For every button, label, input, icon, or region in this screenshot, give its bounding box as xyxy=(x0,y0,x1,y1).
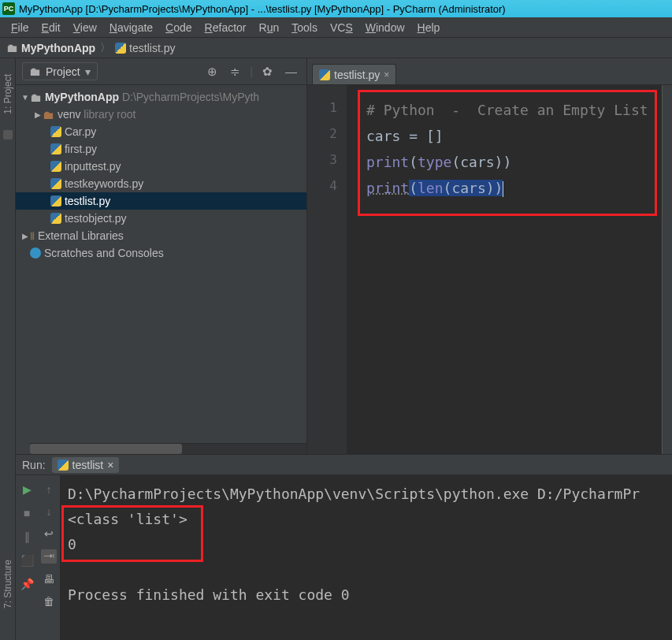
python-file-icon xyxy=(115,43,126,54)
folder-icon: 🖿 xyxy=(6,41,18,54)
expand-icon[interactable]: ▼ xyxy=(20,93,30,102)
tree-file[interactable]: testobject.py xyxy=(16,210,306,227)
editor-panel: testlist.py × 1 2 3 4 # Python - Create … xyxy=(307,58,672,454)
tree-file[interactable]: Car.py xyxy=(16,123,306,140)
side-tab-project[interactable]: 1: Project xyxy=(2,74,13,114)
rerun-icon[interactable]: ▶ xyxy=(23,483,32,496)
menu-help[interactable]: Help xyxy=(411,19,447,36)
tree-root-name: MyPythonApp xyxy=(45,91,119,103)
expand-icon[interactable]: ▶ xyxy=(33,110,43,119)
code-line-2: cars = [] xyxy=(366,128,444,144)
run-label: Run: xyxy=(22,459,46,471)
tree-scratches[interactable]: Scratches and Consoles xyxy=(16,244,306,262)
pause-icon[interactable]: ‖ xyxy=(24,530,30,543)
run-actions-col-1: ▶ ■ ‖ ⬛ 📌 xyxy=(16,475,38,640)
print-icon[interactable]: 🖶 xyxy=(43,573,54,586)
menu-run[interactable]: Run xyxy=(253,19,286,36)
run-tab-label: testlist xyxy=(72,459,104,471)
dropdown-icon: ▾ xyxy=(85,65,91,78)
project-view-selector[interactable]: 🖿 Project ▾ xyxy=(22,62,98,80)
code-area[interactable]: # Python - Create an Empty List cars = [… xyxy=(347,85,663,454)
code-line-3: print(type(cars)) xyxy=(366,154,511,170)
tree-file-label: Car.py xyxy=(65,125,96,138)
editor-marker-bar[interactable] xyxy=(663,85,672,454)
tree-venv[interactable]: ▶ 🖿 venv library root xyxy=(16,106,306,123)
folder-icon: 🖿 xyxy=(43,108,54,121)
menu-file[interactable]: File xyxy=(5,19,35,36)
project-panel: 🖿 Project ▾ ⊕ ≑ | ✿ — ▼ 🖿 MyPythonAp xyxy=(16,58,307,454)
scroll-end-icon[interactable]: ⭲ xyxy=(41,549,57,564)
soft-wrap-icon[interactable]: ↩ xyxy=(44,527,54,540)
editor-body[interactable]: 1 2 3 4 # Python - Create an Empty List … xyxy=(307,85,672,454)
tree-file-selected[interactable]: testlist.py xyxy=(16,192,306,210)
gear-icon[interactable]: ✿ xyxy=(259,65,276,79)
expand-icon[interactable]: ▶ xyxy=(20,232,30,240)
tree-file[interactable]: first.py xyxy=(16,140,306,158)
menu-refactor[interactable]: Refactor xyxy=(199,19,253,36)
tree-external[interactable]: ▶ ⫴ External Libraries xyxy=(16,227,306,244)
run-panel-header: Run: testlist × xyxy=(16,455,672,475)
console-output[interactable]: D:\PycharmProjects\MyPythonApp\venv\Scri… xyxy=(60,475,672,640)
folder-icon: 🖿 xyxy=(30,91,42,104)
collapse-icon[interactable]: ≑ xyxy=(227,65,243,79)
pin-icon[interactable]: 📌 xyxy=(20,578,34,590)
menu-tools[interactable]: Tools xyxy=(285,19,324,36)
menu-window[interactable]: Window xyxy=(359,19,411,36)
left-tool-tabs: 1: Project 7: Structure xyxy=(0,58,16,640)
clear-icon[interactable]: 🗑 xyxy=(43,595,54,608)
project-panel-title: Project xyxy=(46,65,80,78)
locate-icon[interactable]: ⊕ xyxy=(204,65,221,79)
tree-file[interactable]: testkeywords.py xyxy=(16,175,306,192)
menu-view[interactable]: View xyxy=(67,19,103,36)
up-icon[interactable]: ↑ xyxy=(46,483,52,496)
menu-code[interactable]: Code xyxy=(159,19,198,36)
chevron-icon: 〉 xyxy=(100,41,110,55)
run-panel: Run: testlist × ▶ ■ ‖ ⬛ 📌 ↑ ↓ xyxy=(16,455,672,640)
python-file-icon xyxy=(50,126,61,137)
python-file-icon xyxy=(50,178,61,189)
project-tree[interactable]: ▼ 🖿 MyPythonApp D:\PycharmProjects\MyPyt… xyxy=(16,85,306,454)
python-file-icon xyxy=(50,143,61,154)
side-tab-structure[interactable]: 7: Structure xyxy=(2,560,13,608)
python-file-icon xyxy=(58,460,69,471)
hide-icon[interactable]: — xyxy=(282,65,300,78)
app-icon: PC xyxy=(2,2,15,15)
editor-tabs: testlist.py × xyxy=(307,58,672,85)
python-file-icon xyxy=(319,69,330,80)
menu-vcs[interactable]: VCS xyxy=(324,19,359,36)
tree-h-scrollbar[interactable] xyxy=(30,443,306,454)
exit-icon[interactable]: ⬛ xyxy=(20,554,34,567)
tree-file-label: inputtest.py xyxy=(65,160,121,173)
close-icon[interactable]: × xyxy=(384,69,389,80)
folder-icon: 🖿 xyxy=(29,65,41,78)
tree-scratches-label: Scratches and Consoles xyxy=(44,247,164,259)
tree-file-label: testobject.py xyxy=(65,212,127,225)
close-icon[interactable]: × xyxy=(107,459,113,471)
editor-tab[interactable]: testlist.py × xyxy=(312,64,396,84)
python-file-icon xyxy=(50,213,61,224)
line-number: 1 xyxy=(307,95,337,121)
line-number: 3 xyxy=(307,147,337,173)
breadcrumb-file-label: testlist.py xyxy=(129,42,175,54)
tree-root[interactable]: ▼ 🖿 MyPythonApp D:\PycharmProjects\MyPyt… xyxy=(16,88,306,106)
tree-file[interactable]: inputtest.py xyxy=(16,158,306,175)
run-config-tab[interactable]: testlist × xyxy=(52,457,120,473)
tree-external-label: External Libraries xyxy=(38,229,124,242)
tree-venv-tag: library root xyxy=(84,108,136,121)
code-line-4: print(len(cars)) xyxy=(366,180,503,196)
python-file-icon xyxy=(50,195,61,207)
run-actions-col-2: ↑ ↓ ↩ ⭲ 🖶 🗑 xyxy=(38,475,60,640)
breadcrumb-file[interactable]: testlist.py xyxy=(115,42,175,54)
menu-navigate[interactable]: Navigate xyxy=(103,19,159,36)
stop-icon[interactable]: ■ xyxy=(24,507,30,519)
breadcrumb-project-label: MyPythonApp xyxy=(21,42,95,54)
scrollbar-thumb[interactable] xyxy=(30,444,182,454)
menu-edit[interactable]: Edit xyxy=(35,19,67,36)
side-tab-icon[interactable] xyxy=(3,130,13,140)
breadcrumb-project[interactable]: 🖿 MyPythonApp xyxy=(6,41,95,54)
window-title: MyPythonApp [D:\PycharmProjects\MyPython… xyxy=(19,3,506,15)
down-icon[interactable]: ↓ xyxy=(46,505,52,518)
tree-venv-name: venv xyxy=(58,108,81,121)
code-highlight-box: # Python - Create an Empty List cars = [… xyxy=(358,90,657,216)
console-line: 0 xyxy=(68,536,76,553)
